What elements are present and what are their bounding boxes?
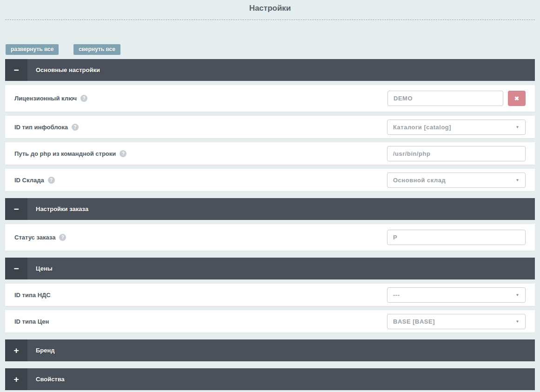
field-label-text: Путь до php из командной строки <box>14 150 116 157</box>
help-icon[interactable]: ? <box>59 234 66 241</box>
section-title: Свойства <box>36 368 65 390</box>
field-label-text: ID типа Цен <box>14 318 49 325</box>
sections-container: − Основные настройки Лицензионный ключ ?… <box>0 59 540 390</box>
section-header-brand[interactable]: + Бренд <box>5 339 535 361</box>
page-title: Настройки <box>0 0 540 20</box>
help-icon[interactable]: ? <box>120 150 127 157</box>
section-header-order[interactable]: − Настройки заказа <box>5 198 535 220</box>
section-header-prices[interactable]: − Цены <box>5 258 535 279</box>
field-control: BASE [BASE] ▼ <box>387 314 526 329</box>
chevron-down-icon: ▼ <box>516 293 520 297</box>
collapse-section-icon[interactable]: − <box>5 258 27 279</box>
field-label-text: ID Склада <box>14 177 44 184</box>
php-path-input[interactable] <box>387 146 526 161</box>
field-label-text: ID тип инфоблока <box>14 124 68 131</box>
field-label: Статус заказа ? <box>14 234 66 241</box>
price-type-select[interactable]: BASE [BASE] ▼ <box>387 314 526 329</box>
collapse-section-icon[interactable]: − <box>5 198 27 220</box>
field-control: --- ▼ <box>387 287 526 303</box>
chevron-down-icon: ▼ <box>516 125 520 129</box>
warehouse-select[interactable]: Основной склад ▼ <box>387 173 526 188</box>
infoblock-type-select[interactable]: Каталоги [catalog] ▼ <box>387 120 526 135</box>
chevron-down-icon: ▼ <box>516 319 520 324</box>
field-label-text: ID типа НДС <box>14 292 51 299</box>
expand-section-icon[interactable]: + <box>5 339 27 361</box>
settings-page: Настройки развернуть все свернуть все − … <box>0 0 540 392</box>
help-icon[interactable]: ? <box>80 95 87 102</box>
select-value: Основной склад <box>393 177 446 184</box>
field-control <box>387 230 526 245</box>
help-icon[interactable]: ? <box>72 124 79 131</box>
field-label: ID типа НДС <box>14 292 51 299</box>
order-status-input[interactable] <box>387 230 526 245</box>
toolbar: развернуть все свернуть все <box>6 44 540 54</box>
section-header-general[interactable]: − Основные настройки <box>5 59 535 81</box>
close-icon: ✖ <box>514 95 519 102</box>
form-row-price-type: ID типа Цен BASE [BASE] ▼ <box>5 310 535 332</box>
collapse-section-icon[interactable]: − <box>5 59 27 81</box>
expand-all-button[interactable]: развернуть все <box>6 44 59 55</box>
select-value: Каталоги [catalog] <box>393 124 451 131</box>
field-control <box>387 146 526 161</box>
select-value: --- <box>393 292 400 299</box>
form-row-infoblock-type: ID тип инфоблока ? Каталоги [catalog] ▼ <box>5 116 535 138</box>
field-label: Путь до php из командной строки ? <box>14 150 127 157</box>
section-title: Основные настройки <box>36 59 100 81</box>
form-row-order-status: Статус заказа ? <box>5 224 535 251</box>
field-label: Лицензионный ключ ? <box>14 95 87 102</box>
field-label-text: Лицензионный ключ <box>14 95 77 102</box>
field-control: ✖ <box>387 91 526 106</box>
section-title: Настройки заказа <box>36 198 88 220</box>
field-control: Основной склад ▼ <box>387 173 526 188</box>
vat-type-select[interactable]: --- ▼ <box>387 287 526 303</box>
license-key-input[interactable] <box>387 91 503 106</box>
form-row-php-path: Путь до php из командной строки ? <box>5 142 535 165</box>
field-label: ID тип инфоблока ? <box>14 124 79 131</box>
help-icon[interactable]: ? <box>48 177 55 184</box>
expand-section-icon[interactable]: + <box>5 368 27 390</box>
chevron-down-icon: ▼ <box>516 178 520 182</box>
section-header-properties[interactable]: + Свойства <box>5 368 535 390</box>
form-row-vat-type: ID типа НДС --- ▼ <box>5 284 535 306</box>
field-label: ID типа Цен <box>14 318 49 325</box>
divider <box>5 20 535 20</box>
field-label-text: Статус заказа <box>14 234 55 241</box>
section-title: Цены <box>36 258 53 279</box>
field-control: Каталоги [catalog] ▼ <box>387 120 526 135</box>
form-row-license-key: Лицензионный ключ ? ✖ <box>5 85 535 112</box>
section-title: Бренд <box>36 339 55 361</box>
field-label: ID Склада ? <box>14 177 55 184</box>
collapse-all-button[interactable]: свернуть все <box>73 44 120 55</box>
form-row-warehouse: ID Склада ? Основной склад ▼ <box>5 169 535 191</box>
clear-license-key-button[interactable]: ✖ <box>508 91 526 106</box>
select-value: BASE [BASE] <box>393 318 435 325</box>
